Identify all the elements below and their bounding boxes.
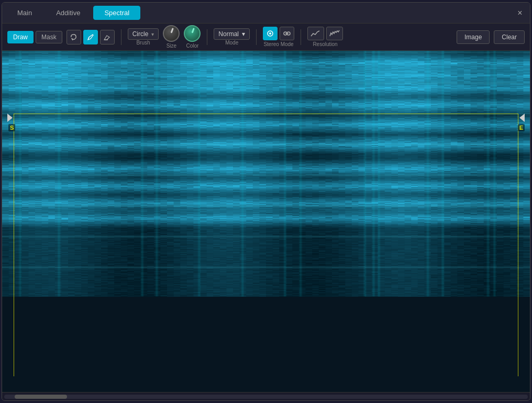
draw-button[interactable]: Draw [7,31,34,43]
size-label: Size [167,43,176,49]
mode-select-group: Normal ▾ Mode [214,28,250,46]
mode-label: Mode [225,40,238,46]
chevron-down-icon: ▾ [151,31,154,37]
draw-mask-group: Draw Mask [7,31,62,43]
color-knob[interactable] [184,25,201,42]
brush-type-label: Circle [132,30,149,38]
scrollbar-track[interactable] [4,395,528,399]
divider-4 [301,29,301,45]
scrollbar-thumb[interactable] [15,395,67,399]
brush-label: Brush [136,40,150,46]
color-knob-group: Color [184,25,201,49]
selection-line-right [518,114,518,376]
resolution-group: Resolution [307,27,343,47]
divider-1 [121,29,121,45]
size-knob-group: Size [163,25,180,49]
tab-spectral[interactable]: Spectral [93,6,140,20]
svg-line-0 [72,38,73,40]
color-label: Color [186,43,198,49]
brush-dropdown[interactable]: Circle ▾ [128,28,159,40]
stereo-mode-group: Stereo Mode [263,27,294,47]
mask-button[interactable]: Mask [36,31,62,43]
mode-chevron-icon: ▾ [242,30,245,38]
playhead-right-marker [519,114,525,122]
clear-button[interactable]: Clear [494,30,525,44]
spectrogram-canvas [2,51,530,392]
divider-3 [256,29,257,45]
stereo-buttons [263,27,294,40]
stereo-mode-label: Stereo Mode [263,41,293,47]
app-window: Main Additive Spectral × Draw Mask [2,2,530,401]
stereo-both-button[interactable] [263,27,278,40]
size-knob[interactable] [163,25,180,42]
toolbar: Draw Mask [2,24,530,51]
resolution-buttons [307,27,343,40]
end-marker: E [518,124,525,131]
svg-point-4 [269,32,271,35]
brush-select-group: Circle ▾ Brush [128,28,159,46]
selection-line-left [14,114,14,376]
resolution-label: Resolution [313,41,337,47]
mode-dropdown[interactable]: Normal ▾ [214,28,250,40]
image-button[interactable]: Image [457,30,490,44]
tab-main[interactable]: Main [6,6,43,20]
divider-2 [207,29,207,45]
eraser-icon[interactable] [100,30,115,44]
res-high-button[interactable] [326,27,343,40]
lasso-icon[interactable] [66,30,81,44]
title-bar: Main Additive Spectral × [2,3,530,24]
selection-line-top [14,114,518,114]
playhead-left-marker [7,114,13,122]
mode-value-label: Normal [218,30,239,38]
tab-additive[interactable]: Additive [45,6,91,20]
res-low-button[interactable] [307,27,324,40]
scrollbar-area [2,392,530,400]
close-button[interactable]: × [514,7,526,19]
stereo-link-button[interactable] [280,27,294,40]
pen-icon[interactable] [83,30,98,44]
tool-icons-group [66,30,115,44]
canvas-area[interactable]: S E [2,51,530,392]
start-marker: S [8,124,15,131]
